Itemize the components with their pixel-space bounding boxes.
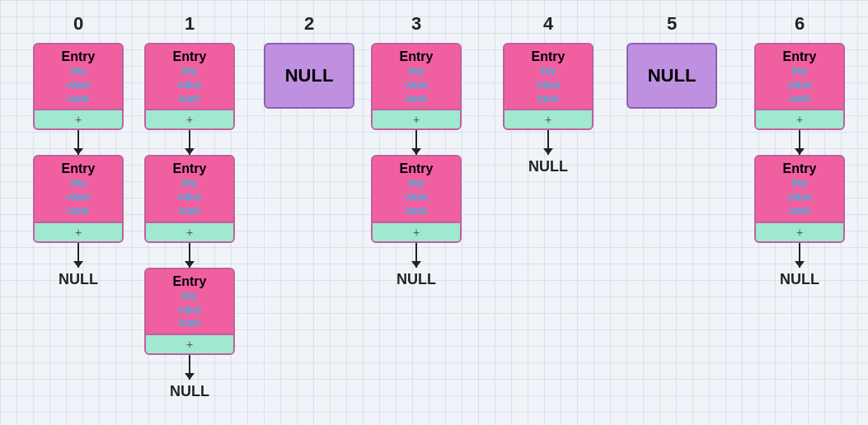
arrow-down bbox=[547, 130, 549, 155]
col-label-col4: 4 bbox=[543, 13, 553, 35]
field-hash: hash bbox=[376, 204, 457, 218]
entry-title: Entry bbox=[759, 49, 840, 64]
field-hash: hash bbox=[38, 204, 119, 218]
field-value: value bbox=[759, 78, 840, 92]
entry-fields: keyvaluehash bbox=[759, 64, 840, 105]
arrow-down bbox=[799, 130, 800, 155]
col-label-col6: 6 bbox=[795, 13, 805, 35]
entry-box: Entrykeyvaluehash+ bbox=[754, 43, 845, 130]
field-key: key bbox=[38, 64, 119, 78]
arrow-down bbox=[189, 243, 190, 268]
field-hash: hash bbox=[38, 92, 119, 106]
arrow-down bbox=[77, 130, 79, 155]
arrow-down bbox=[189, 355, 190, 380]
field-value: value bbox=[149, 303, 230, 317]
field-key: key bbox=[38, 176, 119, 190]
null-text: NULL bbox=[780, 271, 819, 288]
field-hash: hash bbox=[149, 316, 230, 330]
col-label-col1: 1 bbox=[185, 13, 195, 35]
entry-title: Entry bbox=[149, 274, 230, 289]
field-key: key bbox=[376, 176, 457, 190]
entry-box: Entrykeyvaluehash+ bbox=[144, 43, 235, 130]
field-key: key bbox=[759, 176, 840, 190]
entry-box: Entrykeyvaluehash+ bbox=[503, 43, 594, 130]
column-col3: 3Entrykeyvaluehash+Entrykeyvaluehash+NUL… bbox=[371, 13, 462, 288]
column-col1: 1Entrykeyvaluehash+Entrykeyvaluehash+Ent… bbox=[144, 13, 235, 400]
entry-box: Entrykeyvaluehash+ bbox=[371, 43, 462, 130]
null-text: NULL bbox=[170, 383, 209, 400]
entry-plus: + bbox=[146, 222, 233, 241]
entry-fields: keyvaluehash bbox=[149, 64, 230, 105]
field-key: key bbox=[376, 64, 457, 78]
entry-fields: keyvaluehash bbox=[759, 176, 840, 217]
null-box: NULL bbox=[264, 43, 354, 109]
entry-title: Entry bbox=[38, 49, 119, 64]
entry-box: Entrykeyvaluehash+ bbox=[33, 155, 124, 242]
entry-fields: keyvaluehash bbox=[508, 64, 589, 105]
column-col5: 5NULL bbox=[626, 13, 717, 109]
entry-title: Entry bbox=[759, 161, 840, 176]
field-key: key bbox=[149, 289, 230, 303]
field-key: key bbox=[508, 64, 589, 78]
entry-box: Entrykeyvaluehash+ bbox=[144, 268, 235, 355]
arrow-down bbox=[77, 243, 79, 268]
null-box: NULL bbox=[626, 43, 717, 109]
field-key: key bbox=[149, 176, 230, 190]
entry-plus: + bbox=[35, 222, 122, 241]
entry-plus: + bbox=[35, 109, 122, 128]
entry-fields: keyvaluehash bbox=[376, 64, 457, 105]
arrow-down bbox=[799, 243, 800, 268]
entry-title: Entry bbox=[149, 49, 230, 64]
entry-fields: keyvaluehash bbox=[38, 176, 119, 217]
entry-title: Entry bbox=[508, 49, 589, 64]
column-col2: 2NULL bbox=[264, 13, 354, 109]
null-text: NULL bbox=[528, 158, 568, 175]
entry-plus: + bbox=[756, 222, 843, 241]
col-label-col2: 2 bbox=[304, 13, 314, 35]
field-value: value bbox=[376, 190, 457, 204]
entry-plus: + bbox=[373, 109, 460, 128]
entry-title: Entry bbox=[149, 161, 230, 176]
entry-fields: keyvaluehash bbox=[149, 289, 230, 330]
col-label-col0: 0 bbox=[73, 13, 83, 35]
entry-box: Entrykeyvaluehash+ bbox=[33, 43, 124, 130]
field-key: key bbox=[759, 64, 840, 78]
entry-fields: keyvaluehash bbox=[149, 176, 230, 217]
entry-title: Entry bbox=[376, 49, 457, 64]
field-value: value bbox=[38, 190, 119, 204]
field-hash: hash bbox=[149, 204, 230, 218]
field-hash: hash bbox=[149, 92, 230, 106]
column-col0: 0Entrykeyvaluehash+Entrykeyvaluehash+NUL… bbox=[33, 13, 124, 288]
field-hash: hash bbox=[376, 92, 457, 106]
field-value: value bbox=[508, 78, 589, 92]
field-hash: hash bbox=[759, 92, 840, 106]
entry-box: Entrykeyvaluehash+ bbox=[754, 155, 845, 242]
column-col4: 4Entrykeyvaluehash+NULL bbox=[503, 13, 594, 175]
entry-box: Entrykeyvaluehash+ bbox=[371, 155, 462, 242]
entry-plus: + bbox=[756, 109, 843, 128]
null-text: NULL bbox=[396, 271, 436, 288]
null-text: NULL bbox=[59, 271, 98, 288]
entry-title: Entry bbox=[376, 161, 457, 176]
entry-plus: + bbox=[146, 109, 233, 128]
field-value: value bbox=[149, 78, 230, 92]
arrow-down bbox=[415, 243, 417, 268]
entry-plus: + bbox=[146, 334, 233, 353]
entry-title: Entry bbox=[38, 161, 119, 176]
col-label-col5: 5 bbox=[667, 13, 677, 35]
field-value: value bbox=[149, 190, 230, 204]
entry-box: Entrykeyvaluehash+ bbox=[144, 155, 235, 242]
entry-plus: + bbox=[504, 109, 592, 128]
entry-fields: keyvaluehash bbox=[376, 176, 457, 217]
entry-fields: keyvaluehash bbox=[38, 64, 119, 105]
field-hash: hash bbox=[759, 204, 840, 218]
field-hash: hash bbox=[508, 92, 589, 106]
arrow-down bbox=[415, 130, 417, 155]
column-col6: 6Entrykeyvaluehash+Entrykeyvaluehash+NUL… bbox=[754, 13, 845, 288]
field-value: value bbox=[38, 78, 119, 92]
col-label-col3: 3 bbox=[411, 13, 421, 35]
entry-plus: + bbox=[373, 222, 460, 241]
field-key: key bbox=[149, 64, 230, 78]
field-value: value bbox=[376, 78, 457, 92]
arrow-down bbox=[189, 130, 190, 155]
